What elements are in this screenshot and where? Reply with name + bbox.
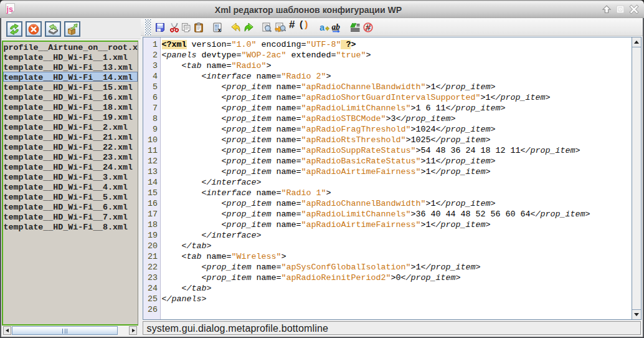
svg-text:x: x <box>218 27 221 32</box>
svg-text:a: a <box>320 22 325 32</box>
